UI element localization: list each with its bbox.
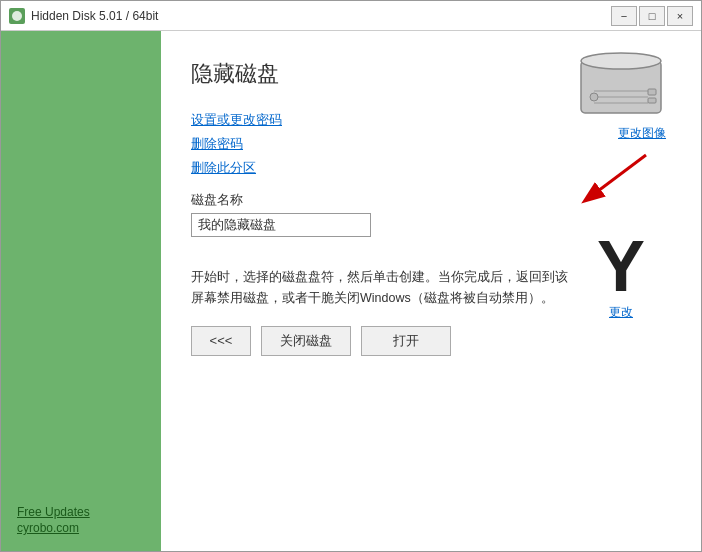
- back-button[interactable]: <<<: [191, 326, 251, 356]
- titlebar: Hidden Disk 5.01 / 64bit − □ ×: [1, 1, 701, 31]
- disk-icon-area: 更改图像: [576, 51, 666, 142]
- svg-line-10: [586, 155, 646, 200]
- content-area: Free Updates cyrobo.com 隐藏磁盘 设置或更改密码 删除密…: [1, 31, 701, 551]
- svg-rect-7: [648, 98, 656, 103]
- disk-name-input[interactable]: [191, 213, 371, 237]
- main-window: Hidden Disk 5.01 / 64bit − □ × Free Upda…: [0, 0, 702, 552]
- close-disk-button[interactable]: 关闭磁盘: [261, 326, 351, 356]
- app-icon: [9, 8, 25, 24]
- bottom-buttons: <<< 关闭磁盘 打开: [191, 326, 671, 356]
- svg-point-2: [581, 53, 661, 69]
- drive-letter-area: Y 更改: [597, 230, 645, 321]
- right-panel: 更改图像 Y 更改: [571, 51, 671, 321]
- free-updates-link[interactable]: Free Updates: [17, 505, 161, 519]
- drive-letter: Y: [597, 230, 645, 302]
- sidebar-links: Free Updates cyrobo.com: [17, 505, 161, 535]
- change-letter-link[interactable]: 更改: [609, 304, 633, 321]
- maximize-button[interactable]: □: [639, 6, 665, 26]
- minimize-button[interactable]: −: [611, 6, 637, 26]
- disk-icon: [576, 51, 666, 121]
- cyrobo-link[interactable]: cyrobo.com: [17, 521, 161, 535]
- open-button[interactable]: 打开: [361, 326, 451, 356]
- svg-point-8: [590, 93, 598, 101]
- close-button[interactable]: ×: [667, 6, 693, 26]
- arrow-icon: [571, 150, 671, 210]
- window-title: Hidden Disk 5.01 / 64bit: [31, 9, 611, 23]
- info-text: 开始时，选择的磁盘盘符，然后单击创建。当你完成后，返回到该屏幕禁用磁盘，或者干脆…: [191, 267, 571, 310]
- window-controls: − □ ×: [611, 6, 693, 26]
- svg-point-0: [12, 11, 22, 21]
- change-image-link[interactable]: 更改图像: [618, 125, 666, 142]
- sidebar: Free Updates cyrobo.com: [1, 31, 161, 551]
- svg-rect-6: [648, 89, 656, 95]
- main-panel: 隐藏磁盘 设置或更改密码 删除密码 删除此分区 磁盘名称: [161, 31, 701, 551]
